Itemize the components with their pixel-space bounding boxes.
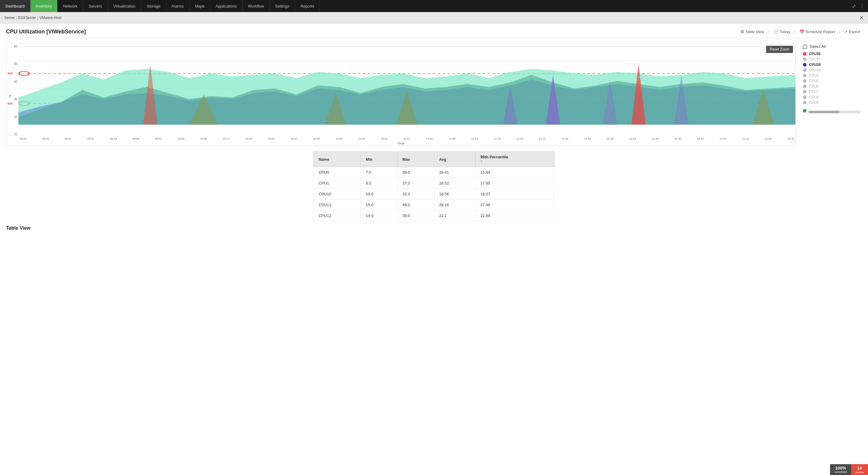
legend-label-cpu36: CPU36 bbox=[809, 52, 821, 56]
chart-x-axis: 09:20 09:26 09:31 09:37 09:43 09:48 09:5… bbox=[19, 137, 795, 141]
95th-label-lower: 95th bbox=[7, 102, 13, 105]
data-table-section: Name Min Max Avg 95th Percentile ? CPU07… bbox=[313, 151, 555, 221]
cell-max: 32.0 bbox=[398, 189, 434, 200]
clock-icon: 🕐 bbox=[774, 30, 778, 34]
today-button[interactable]: 🕐 Today bbox=[772, 29, 792, 35]
nav-maps[interactable]: Maps bbox=[190, 0, 210, 12]
nav-reports[interactable]: Reports bbox=[295, 0, 320, 12]
legend-dot-cpu5 bbox=[803, 79, 807, 83]
export-icon: ↗ bbox=[844, 30, 847, 34]
breadcrumb: Server | ESXServer | VMware-Host bbox=[4, 15, 61, 20]
cell-avg: 18.56 bbox=[434, 189, 475, 200]
legend-item-cpu7[interactable]: CPU7 bbox=[803, 89, 861, 95]
legend-header: Select All bbox=[803, 44, 861, 49]
more-icon[interactable]: ⋮ bbox=[860, 3, 864, 9]
page-header: CPU Utilization [VIWebService] ⊞ Table V… bbox=[6, 28, 862, 38]
data-table: Name Min Max Avg 95th Percentile ? CPU07… bbox=[313, 151, 555, 221]
breadcrumb-vmware-host[interactable]: VMware-Host bbox=[39, 15, 61, 20]
legend-item-cpu4[interactable]: CPU4 bbox=[803, 73, 861, 78]
cell-name: CPU10 bbox=[314, 189, 361, 200]
cell-max: 39.0 bbox=[398, 210, 434, 221]
cell-name: CPU1 bbox=[314, 178, 361, 189]
legend-scrollbar[interactable] bbox=[808, 111, 861, 113]
close-button[interactable]: ✕ bbox=[859, 14, 864, 21]
table-row: CPU1115.049.028.1627.48 bbox=[314, 200, 555, 210]
expand-icon[interactable]: ⤢ bbox=[852, 3, 856, 9]
cell-p95: 15.84 bbox=[475, 167, 554, 178]
nav-storage[interactable]: Storage bbox=[141, 0, 166, 12]
col-min: Min bbox=[361, 152, 398, 167]
nav-network[interactable]: Network bbox=[58, 0, 83, 12]
status-alarms[interactable]: 14 Alarms bbox=[851, 464, 868, 475]
legend-item-cpu8[interactable]: CPU8 bbox=[803, 95, 861, 100]
table-icon: ⊞ bbox=[741, 29, 744, 34]
cell-min: 10.0 bbox=[361, 189, 398, 200]
table-header-row: Name Min Max Avg 95th Percentile ? bbox=[314, 152, 555, 167]
alarms-label: Alarms bbox=[855, 471, 864, 474]
status-completed[interactable]: 100% completed bbox=[830, 464, 851, 475]
alarms-count: 14 bbox=[857, 466, 862, 471]
nav-workflow[interactable]: Workflow bbox=[243, 0, 270, 12]
cell-avg: 22.2 bbox=[434, 210, 475, 221]
reset-zoom-button[interactable]: Reset Zoom bbox=[766, 46, 793, 53]
table-view-heading-bottom: Table View bbox=[6, 221, 862, 233]
legend-dot-cpu38 bbox=[803, 63, 807, 67]
export-button[interactable]: ↗ Export bbox=[842, 29, 862, 35]
legend-item-cpu5[interactable]: CPU5 bbox=[803, 78, 861, 84]
table-row: CPU18.037.018.5217.85 bbox=[314, 178, 555, 189]
legend-item-cpu38[interactable]: CPU38 bbox=[803, 62, 861, 67]
legend-scroll-area bbox=[803, 108, 861, 113]
cell-avg: 18.52 bbox=[434, 178, 475, 189]
95th-label-upper: 95th bbox=[7, 72, 13, 75]
nav-alarms[interactable]: Alarms bbox=[166, 0, 189, 12]
col-p95: 95th Percentile ? bbox=[475, 152, 554, 167]
legend-label-cpu5: CPU5 bbox=[809, 79, 818, 83]
col-avg: Avg bbox=[434, 152, 475, 167]
top-navigation: Dashboard Inventory Network Servers Virt… bbox=[0, 0, 868, 12]
legend-label-cpu37: CPU37 bbox=[809, 57, 821, 61]
breadcrumb-esxserver[interactable]: ESXServer bbox=[18, 15, 36, 20]
legend-item-cpu39[interactable]: CPU39 bbox=[803, 67, 861, 73]
legend-label-cpu8: CPU8 bbox=[809, 95, 818, 99]
schedule-report-button[interactable]: 📅 Schedule Report bbox=[798, 29, 837, 35]
cell-p95: 27.48 bbox=[475, 200, 554, 210]
legend-item-cpu36[interactable]: CPU36 bbox=[803, 51, 861, 57]
cell-min: 15.0 bbox=[361, 200, 398, 210]
cell-avg: 28.16 bbox=[434, 200, 475, 210]
cell-min: 7.0 bbox=[361, 167, 398, 178]
cell-min: 14.0 bbox=[361, 210, 398, 221]
nav-inventory[interactable]: Inventory bbox=[30, 0, 58, 12]
cell-min: 8.0 bbox=[361, 178, 398, 189]
breadcrumb-bar: Server | ESXServer | VMware-Host ✕ bbox=[0, 12, 868, 24]
select-all-checkbox[interactable] bbox=[803, 44, 807, 49]
legend-dot-cpu7 bbox=[803, 90, 807, 94]
table-body: CPU07.039.016.4115.84CPU18.037.018.5217.… bbox=[314, 167, 555, 221]
table-view-button[interactable]: ⊞ Table View bbox=[739, 28, 766, 35]
chart-svg bbox=[19, 43, 795, 128]
cell-p95: 21.68 bbox=[475, 210, 554, 221]
breadcrumb-server[interactable]: Server bbox=[4, 15, 15, 20]
cell-max: 49.0 bbox=[398, 200, 434, 210]
chart-area[interactable]: Reset Zoom bbox=[19, 43, 795, 128]
table-row: CPU1010.032.018.5618.07 bbox=[314, 189, 555, 200]
nav-applications[interactable]: Applications bbox=[210, 0, 243, 12]
legend-label-cpu7: CPU7 bbox=[809, 90, 818, 94]
completed-label: completed bbox=[834, 471, 847, 474]
cell-p95: 18.07 bbox=[475, 189, 554, 200]
page-title: CPU Utilization [VIWebService] bbox=[6, 29, 86, 35]
x-axis-label: Time bbox=[6, 141, 795, 145]
legend-dot-cpu9 bbox=[803, 101, 807, 104]
nav-dashboard[interactable]: Dashboard bbox=[0, 0, 30, 12]
legend-item-cpu9[interactable]: CPU9 bbox=[803, 100, 861, 105]
legend-item-cpu6[interactable]: CPU6 bbox=[803, 84, 861, 89]
nav-settings[interactable]: Settings bbox=[270, 0, 295, 12]
legend-dot-cpu36 bbox=[803, 52, 807, 56]
y-axis-label: % bbox=[8, 95, 12, 98]
legend-item-cpu37[interactable]: CPU37 bbox=[803, 57, 861, 62]
calendar-icon: 📅 bbox=[800, 30, 804, 34]
table-header: Name Min Max Avg 95th Percentile ? bbox=[314, 152, 555, 167]
nav-virtualization[interactable]: Virtualization bbox=[108, 0, 141, 12]
main-content: CPU Utilization [VIWebService] ⊞ Table V… bbox=[0, 24, 868, 475]
legend-label-cpu39: CPU39 bbox=[809, 68, 821, 72]
nav-servers[interactable]: Servers bbox=[83, 0, 108, 12]
